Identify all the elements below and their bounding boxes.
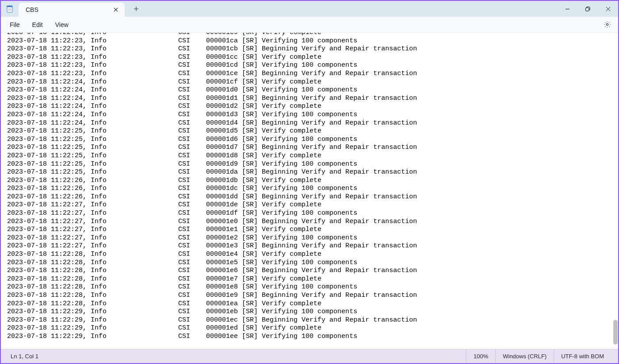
svg-rect-4: [10, 6, 11, 8]
document-tab[interactable]: CBS: [19, 3, 125, 17]
statusbar: Ln 1, Col 1 100% Windows (CRLF) UTF-8 wi…: [1, 349, 618, 363]
close-window-button[interactable]: [598, 2, 618, 16]
svg-rect-10: [585, 8, 589, 11]
status-zoom[interactable]: 100%: [466, 349, 495, 363]
menu-file[interactable]: File: [5, 19, 24, 30]
notepad-app-icon: [5, 4, 14, 13]
new-tab-button[interactable]: [129, 3, 143, 15]
status-caret-position[interactable]: Ln 1, Col 1: [11, 349, 46, 363]
close-tab-button[interactable]: [111, 5, 120, 14]
menu-view[interactable]: View: [51, 19, 73, 30]
text-content[interactable]: 2023-07-18 11:22:23, Info CSI 000001c9 […: [1, 33, 618, 341]
svg-point-11: [606, 23, 608, 25]
status-encoding[interactable]: UTF-8 with BOM: [554, 349, 611, 363]
svg-rect-5: [11, 6, 12, 8]
minimize-button[interactable]: [557, 2, 577, 16]
status-line-ending[interactable]: Windows (CRLF): [495, 349, 554, 363]
svg-rect-2: [7, 6, 8, 8]
scrollbar-track[interactable]: [612, 33, 618, 349]
window-controls: [557, 2, 618, 16]
menu-edit[interactable]: Edit: [28, 19, 47, 30]
titlebar: CBS: [1, 1, 618, 17]
maximize-button[interactable]: [577, 2, 598, 16]
scrollbar-thumb[interactable]: [613, 320, 618, 345]
svg-rect-3: [8, 6, 9, 8]
menubar: File Edit View: [1, 17, 618, 33]
settings-button[interactable]: [600, 18, 614, 31]
tab-title: CBS: [26, 6, 111, 13]
editor-area[interactable]: 2023-07-18 11:22:23, Info CSI 000001c9 […: [1, 33, 618, 349]
